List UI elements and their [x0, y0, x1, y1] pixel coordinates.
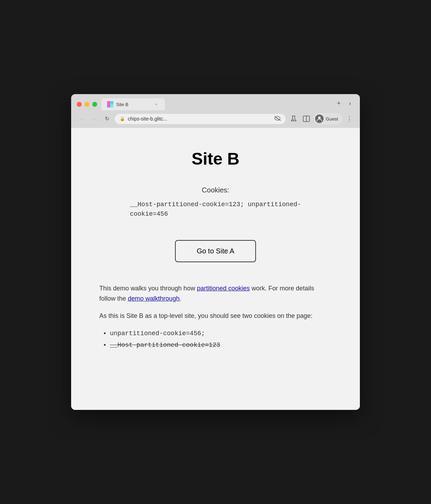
profile-button[interactable]: Guest: [314, 113, 342, 124]
partitioned-cookies-link[interactable]: partitioned cookies: [197, 285, 250, 292]
list-item-text-2: __Host-partitioned-cookie=123: [110, 342, 220, 349]
active-tab[interactable]: Site B ×: [101, 98, 165, 110]
svg-rect-1: [110, 101, 113, 104]
reload-button[interactable]: ↻: [102, 114, 112, 124]
back-button[interactable]: ←: [77, 114, 87, 124]
desc1-prefix: This demo walks you through how: [99, 285, 197, 292]
tab-chevron-button[interactable]: ›: [346, 99, 354, 107]
more-options-button[interactable]: ⋮: [344, 114, 354, 124]
minimize-button[interactable]: [85, 102, 89, 107]
maximize-button[interactable]: [92, 102, 97, 107]
demo-walkthrough-link[interactable]: demo walkthrough: [128, 295, 180, 302]
address-bar[interactable]: 🔒 chips-site-b.glitc...: [115, 114, 286, 124]
lock-icon: 🔒: [120, 116, 125, 121]
tab-title: Site B: [116, 102, 151, 107]
close-button[interactable]: [77, 102, 82, 107]
forward-button[interactable]: →: [89, 114, 99, 124]
go-to-site-a-button[interactable]: Go to Site A: [175, 240, 256, 262]
description-site-b-info: As this is Site B as a top-level site, y…: [99, 311, 332, 321]
svg-rect-0: [107, 101, 110, 104]
svg-rect-3: [110, 104, 113, 107]
page-content: Site B Cookies: __Host-partitioned-cooki…: [71, 128, 360, 410]
split-view-icon[interactable]: [301, 113, 312, 124]
tab-favicon-icon: [107, 101, 113, 107]
description-partitioned-cookies: This demo walks you through how partitio…: [99, 283, 332, 304]
tab-actions: + ›: [335, 99, 354, 110]
cookies-section: Cookies: __Host-partitioned-cookie=123; …: [99, 186, 332, 229]
address-bar-row: ← → ↻ 🔒 chips-site-b.glitc...: [71, 110, 360, 128]
address-text: chips-site-b.glitc...: [128, 116, 271, 122]
svg-point-8: [318, 117, 321, 119]
tab-close-button[interactable]: ×: [154, 102, 159, 107]
eye-slash-icon: [274, 116, 281, 122]
cookie-list: unpartitioned-cookie=456; __Host-partiti…: [110, 328, 332, 351]
lab-icon[interactable]: [288, 113, 299, 124]
cookies-label: Cookies:: [99, 186, 332, 194]
list-item: __Host-partitioned-cookie=123: [110, 339, 332, 351]
svg-point-5: [293, 119, 294, 121]
new-tab-button[interactable]: +: [335, 99, 343, 107]
profile-label: Guest: [326, 116, 338, 122]
traffic-lights: [77, 102, 97, 107]
cookie-value: __Host-partitioned-cookie=123; unpartiti…: [130, 200, 301, 219]
toolbar-icons: Guest ⋮: [288, 113, 354, 124]
site-title: Site B: [99, 149, 332, 168]
list-item-text-1: unpartitioned-cookie=456;: [110, 330, 205, 337]
desc1-suffix: .: [180, 295, 181, 302]
tabs-area: Site B × + ›: [101, 98, 354, 110]
browser-window: Site B × + › ← → ↻ 🔒 chips-site-b.glitc.…: [71, 94, 360, 410]
svg-rect-2: [107, 104, 110, 107]
title-bar: Site B × + ›: [71, 94, 360, 110]
list-item: unpartitioned-cookie=456;: [110, 328, 332, 339]
profile-avatar-icon: [315, 115, 324, 123]
